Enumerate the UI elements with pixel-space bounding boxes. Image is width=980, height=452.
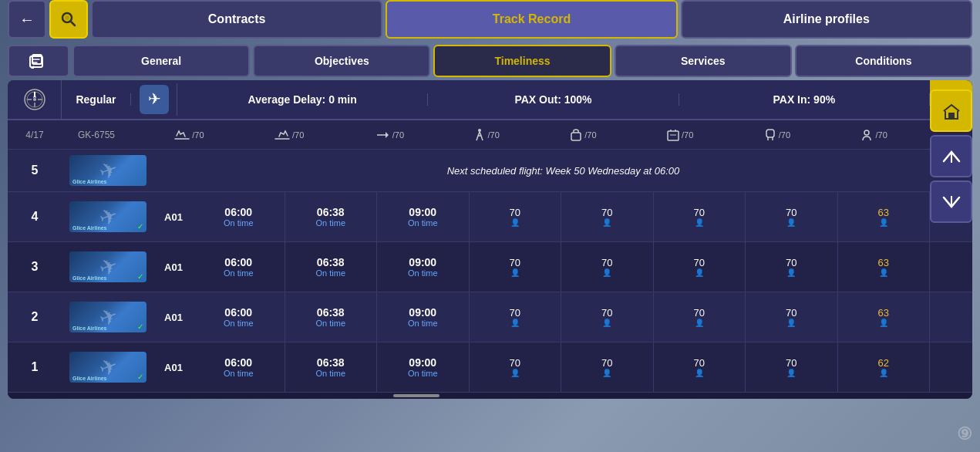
flight-type: Regular: [62, 93, 131, 106]
checkin-icon-col: /70: [666, 128, 693, 142]
pax-col-1: 70 👤: [470, 292, 562, 342]
arrival-time: 09:00 On time: [377, 242, 470, 292]
tab-general[interactable]: General: [72, 45, 250, 77]
plane-image: Glice Airlines ✓: [62, 251, 154, 282]
arrive-icon-col: /70: [274, 128, 304, 142]
baggage-icon-col: /70: [569, 128, 596, 142]
flight-id: GK-6755: [62, 130, 131, 140]
flight-code: A01: [154, 211, 193, 223]
pax-col-3: 70 👤: [654, 192, 746, 241]
tab-objectives[interactable]: Objectives: [253, 45, 430, 77]
depart-label: /70: [192, 130, 204, 140]
secondary-navigation: General Objectives Timeliness Services C…: [0, 42, 980, 80]
svg-point-2: [65, 15, 69, 20]
plane-icon: ✈: [131, 83, 177, 116]
arrival-time: 09:00 On time: [377, 342, 470, 392]
svg-rect-26: [948, 113, 955, 119]
mid-time: 06:38 On time: [285, 242, 378, 292]
sidebar-btn-2[interactable]: [930, 135, 972, 177]
sidebar-btn-3[interactable]: [930, 180, 972, 223]
svg-point-18: [478, 129, 481, 132]
row-number: 1: [8, 360, 62, 374]
arrival-time: 09:00 On time: [377, 292, 470, 342]
pax-col-5: 63 👤: [838, 242, 931, 292]
seat-label: /70: [779, 130, 790, 140]
tab-track-record[interactable]: Track Record: [386, 0, 677, 39]
svg-rect-20: [668, 131, 679, 140]
pax-col-1: 70 👤: [470, 342, 562, 392]
flight-code: A01: [154, 362, 193, 373]
sub-header-icons: /70 /70 /70 /70 /70 /70: [131, 128, 930, 142]
compass-icon: [8, 80, 62, 119]
flight-count: 4/17: [8, 130, 62, 140]
tab-conditions[interactable]: Conditions: [795, 45, 972, 77]
header-row: Regular ✈ Average Delay: 0 min PAX Out: …: [8, 80, 972, 120]
svg-marker-17: [386, 132, 389, 138]
mid-time: 06:38 On time: [285, 342, 378, 392]
plane-image: Glice Airlines ✓: [62, 352, 154, 383]
avg-delay: Average Delay: 0 min: [177, 93, 428, 106]
plane-image: Glice Airlines ✓: [62, 201, 154, 232]
pax-col-3: 70 👤: [654, 242, 746, 292]
edit-button[interactable]: [8, 45, 69, 77]
pax-col-1: 70 👤: [470, 242, 562, 292]
tab-airline-profiles[interactable]: Airline profiles: [681, 0, 972, 39]
svg-rect-24: [766, 130, 774, 137]
extra-label: /70: [875, 130, 887, 140]
top-navigation: ← Contracts Track Record Airline profile…: [0, 0, 980, 39]
table-row: 4 Glice Airlines ✓ A01 06:00 On time 06:…: [8, 192, 972, 242]
sidebar-btn-1[interactable]: [930, 89, 972, 132]
flight-code: A01: [154, 261, 193, 273]
sub-header-row: 4/17 GK-6755 /70 /70 /70 /70 /70: [8, 120, 972, 150]
mid-time: 06:38 On time: [285, 192, 378, 241]
row-number: 3: [8, 260, 62, 274]
row-number: 2: [8, 310, 62, 324]
tab-contracts[interactable]: Contracts: [91, 0, 382, 39]
flight-code: A01: [154, 312, 193, 323]
departure-time: 06:00 On time: [193, 292, 285, 342]
scrollbar-thumb[interactable]: [393, 394, 439, 397]
checkin-label: /70: [682, 130, 693, 140]
departure-time: 06:00 On time: [193, 342, 285, 392]
pax-col-1: 70 👤: [470, 192, 562, 241]
svg-text:✈: ✈: [147, 90, 160, 107]
transit-label: /70: [392, 130, 404, 140]
pax-col-4: 70 👤: [746, 242, 838, 292]
svg-point-12: [33, 98, 36, 101]
back-button[interactable]: ←: [8, 0, 46, 39]
pax-col-2: 70 👤: [561, 342, 654, 392]
transit-icon-col: /70: [374, 128, 404, 142]
svg-line-1: [71, 22, 76, 26]
pax-col-5: 62 👤: [838, 342, 931, 392]
pax-col-2: 70 👤: [561, 242, 654, 292]
row-number: 4: [8, 210, 62, 224]
table-row: 1 Glice Airlines ✓ A01 06:00 On time 06:…: [8, 342, 972, 393]
sched-row-num: 5: [8, 164, 62, 177]
depart-icon-col: /70: [173, 128, 204, 142]
pax-col-5: 63 👤: [838, 292, 931, 342]
pax-col-2: 70 👤: [561, 292, 654, 342]
sched-plane: Glice Airlines: [62, 155, 154, 186]
scheduled-flight-row: 5 Glice Airlines Next scheduled flight: …: [8, 150, 972, 192]
seat-icon-col: /70: [763, 128, 790, 142]
departure-time: 06:00 On time: [193, 192, 285, 241]
pax-col-5: 63 👤: [838, 192, 931, 241]
arrival-time: 09:00 On time: [377, 192, 470, 241]
tab-services[interactable]: Services: [615, 45, 792, 77]
scheduled-text: Next scheduled flight: Week 50 Wednesday…: [154, 165, 972, 177]
plane-image: Glice Airlines ✓: [62, 302, 154, 332]
walk-label: /70: [487, 130, 499, 140]
table-row: 2 Glice Airlines ✓ A01 06:00 On time 06:…: [8, 292, 972, 342]
scrollbar[interactable]: [8, 393, 972, 399]
pax-out: PAX Out: 100%: [428, 93, 679, 106]
pax-in: PAX In: 90%: [679, 93, 930, 106]
mid-time: 06:38 On time: [285, 292, 378, 342]
departure-time: 06:00 On time: [193, 242, 285, 292]
search-button[interactable]: [49, 0, 88, 39]
table-row: 3 Glice Airlines ✓ A01 06:00 On time 06:…: [8, 242, 972, 292]
data-rows-container: 4 Glice Airlines ✓ A01 06:00 On time 06:…: [8, 192, 972, 393]
svg-point-25: [864, 130, 869, 135]
tab-timeliness[interactable]: Timeliness: [433, 45, 611, 77]
right-sidebar: [930, 89, 972, 223]
svg-rect-19: [571, 133, 581, 140]
